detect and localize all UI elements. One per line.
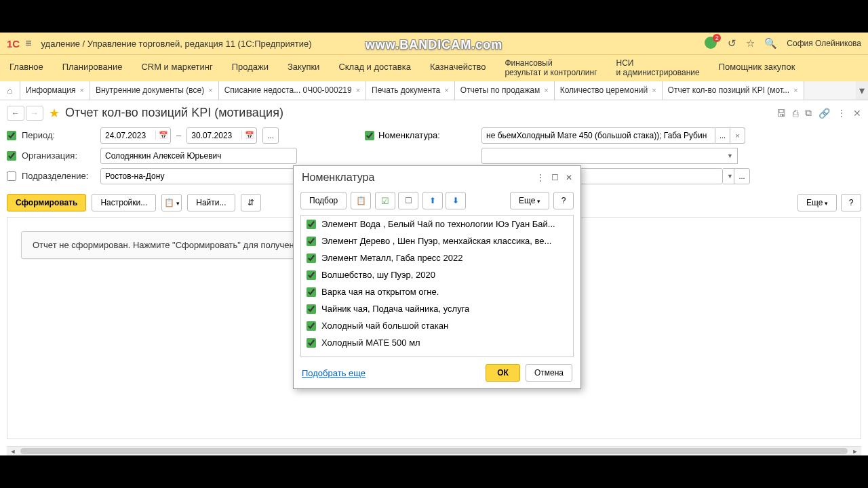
tab-close-icon[interactable]: × <box>356 86 360 94</box>
scroll-thumb[interactable] <box>20 448 848 454</box>
item-checkbox[interactable] <box>307 253 316 263</box>
settings-button[interactable]: Настройки... <box>92 194 156 211</box>
tab-close-icon[interactable]: × <box>652 86 656 94</box>
menu-item[interactable]: Склад и доставка <box>329 55 420 81</box>
list-item[interactable]: Чайник чая, Подача чайника, услуга <box>301 300 573 317</box>
menu-item[interactable]: Планирование <box>53 55 132 81</box>
pick-button[interactable]: Подбор <box>300 192 347 209</box>
tab[interactable]: Отчеты по продажам× <box>455 81 555 100</box>
list-item[interactable]: Волшебство, шу Пуэр, 2020 <box>301 266 573 283</box>
nomenclature-clear-button[interactable]: × <box>730 127 745 144</box>
item-checkbox[interactable] <box>307 287 316 297</box>
print-icon[interactable]: ⎙ <box>793 108 798 119</box>
org-input[interactable] <box>100 148 297 164</box>
tab[interactable]: Внутренние документы (все)× <box>90 81 219 100</box>
date-from-input[interactable] <box>101 131 155 140</box>
item-checkbox[interactable] <box>307 270 316 280</box>
date-to-field[interactable]: 📅 <box>186 127 257 144</box>
menu-item[interactable]: Финансовыйрезультат и контроллинг <box>495 55 606 81</box>
menu-item[interactable]: Закупки <box>278 55 329 81</box>
right-field-3-more[interactable]: ... <box>734 168 750 184</box>
menu-item[interactable]: Казначейство <box>420 55 495 81</box>
item-checkbox[interactable] <box>307 220 316 229</box>
dialog-kebab-icon[interactable]: ⋮ <box>536 173 545 182</box>
dialog-close-icon[interactable]: ✕ <box>566 173 572 182</box>
right-field-2-dropdown[interactable]: ▼ <box>723 148 738 164</box>
scroll-right-icon[interactable]: ► <box>850 447 860 456</box>
menu-item[interactable]: CRM и маркетинг <box>132 55 222 81</box>
horizontal-scrollbar[interactable]: ◄ ► <box>7 446 861 455</box>
list-item[interactable]: Холодный чай большой стакан <box>301 317 573 334</box>
tab-close-icon[interactable]: × <box>208 86 212 94</box>
dialog-more-button[interactable]: Еще <box>510 192 549 209</box>
tab-close-icon[interactable]: × <box>444 86 448 94</box>
burger-icon[interactable]: ≡ <box>25 37 31 49</box>
favorite-star-icon[interactable]: ★ <box>49 106 60 121</box>
list-item[interactable]: Элемент Дерево , Шен Пуэр, менхайская кл… <box>301 232 573 249</box>
more-button[interactable]: Еще <box>797 194 837 211</box>
item-checkbox[interactable] <box>307 338 316 348</box>
nomenclature-input[interactable] <box>481 127 715 144</box>
dept-checkbox[interactable] <box>7 171 16 181</box>
tab-close-icon[interactable]: × <box>793 86 797 94</box>
move-up-button[interactable]: ⬆ <box>422 192 443 209</box>
list-item[interactable]: Варка чая на открытом огне. <box>301 283 573 300</box>
expand-button[interactable]: ⇵ <box>241 194 261 211</box>
nav-back-button[interactable]: ← <box>7 106 24 121</box>
move-down-button[interactable]: ⬇ <box>446 192 466 209</box>
tab[interactable]: Отчет кол-во позиций KPI (мот...× <box>663 81 804 100</box>
kebab-icon[interactable]: ⋮ <box>837 108 846 119</box>
scroll-left-icon[interactable]: ◄ <box>8 447 18 456</box>
calendar-icon[interactable]: 📅 <box>155 131 170 140</box>
org-checkbox[interactable] <box>7 151 16 161</box>
menu-item[interactable]: Помощник закупок <box>709 55 805 81</box>
dept-input[interactable] <box>100 168 297 184</box>
list-item[interactable]: Элемент Вода , Белый Чай по технологии Ю… <box>301 216 573 232</box>
nomenclature-checkbox[interactable] <box>365 131 374 140</box>
item-checkbox[interactable] <box>307 237 316 246</box>
dialog-maximize-icon[interactable]: ☐ <box>551 173 559 182</box>
tabs-dropdown[interactable]: ▾ <box>856 81 868 100</box>
tab[interactable]: Списание недоста... 0Ч00-000219× <box>219 81 366 100</box>
search-icon[interactable]: 🔍 <box>764 37 777 49</box>
link-icon[interactable]: 🔗 <box>818 108 830 119</box>
list-item[interactable]: Элемент Металл, Габа пресс 2022 <box>301 249 573 266</box>
item-checkbox[interactable] <box>307 304 316 314</box>
home-tab[interactable]: ⌂ <box>0 81 20 100</box>
date-from-field[interactable]: 📅 <box>100 127 171 144</box>
tab[interactable]: Информация× <box>20 81 90 100</box>
right-field-2[interactable] <box>481 148 736 164</box>
period-more-button[interactable]: ... <box>262 127 279 144</box>
date-to-input[interactable] <box>187 131 241 140</box>
dialog-help-button[interactable]: ? <box>553 192 574 209</box>
tab[interactable]: Количество церемоний× <box>555 81 663 100</box>
user-name[interactable]: София Олейникова <box>787 39 861 48</box>
menu-item[interactable]: Продажи <box>222 55 278 81</box>
check-all-button[interactable]: ☑ <box>375 192 395 209</box>
pick-more-link[interactable]: Подобрать еще <box>302 368 366 378</box>
item-checkbox[interactable] <box>307 321 316 331</box>
tab[interactable]: Печать документа× <box>366 81 455 100</box>
notification-bell[interactable]: 2 <box>705 37 718 50</box>
save-icon[interactable]: 🖫 <box>776 108 786 119</box>
tab-close-icon[interactable]: × <box>544 86 548 94</box>
variants-button[interactable]: 📋 <box>161 194 182 211</box>
nomenclature-select-button[interactable]: ... <box>715 127 730 144</box>
help-button[interactable]: ? <box>841 194 861 211</box>
close-page-icon[interactable]: ✕ <box>853 108 861 119</box>
list-item[interactable]: Холодный МАТЕ 500 мл <box>301 334 573 351</box>
uncheck-all-button[interactable]: ☐ <box>398 192 418 209</box>
history-icon[interactable]: ↺ <box>728 37 736 49</box>
calendar-icon[interactable]: 📅 <box>241 131 256 140</box>
export-icon[interactable]: ⧉ <box>805 107 812 119</box>
nomenclature-list[interactable]: Элемент Вода , Белый Чай по технологии Ю… <box>300 215 574 357</box>
ok-button[interactable]: ОК <box>486 364 520 382</box>
tab-close-icon[interactable]: × <box>79 86 83 94</box>
form-button[interactable]: Сформировать <box>7 194 86 211</box>
menu-item[interactable]: НСИи администрирование <box>607 55 709 81</box>
menu-item[interactable]: Главное <box>0 55 53 81</box>
paste-button[interactable]: 📋 <box>351 192 371 209</box>
star-icon[interactable]: ☆ <box>746 37 755 49</box>
cancel-button[interactable]: Отмена <box>526 364 572 382</box>
find-button[interactable]: Найти... <box>187 194 235 211</box>
